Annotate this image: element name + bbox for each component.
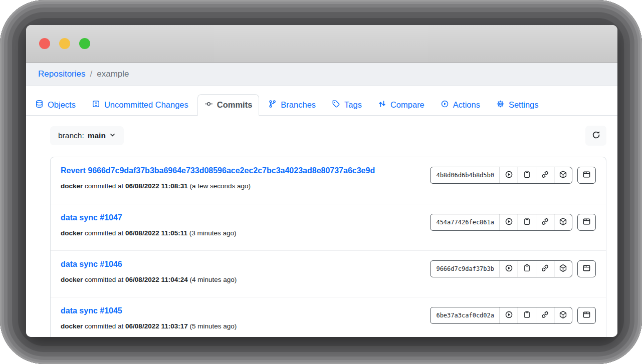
commit-actions: 454a77426fec861a — [430, 214, 596, 231]
commit-actions: 4b8d06d6b4b8d5b0 — [430, 167, 596, 184]
clipboard-icon — [523, 310, 531, 320]
commit-info: data sync #1047docker committed at 06/08… — [61, 213, 237, 237]
commit-run-button[interactable] — [500, 214, 518, 231]
tab-settings[interactable]: Settings — [489, 94, 546, 116]
cube-icon — [559, 170, 567, 180]
commit-row: data sync #1045docker committed at 06/08… — [51, 297, 606, 337]
commit-objects-button[interactable] — [554, 167, 572, 184]
commit-button-group: 6be37a3caf0cd02a — [430, 307, 572, 324]
window-titlebar — [26, 25, 617, 63]
minimize-button[interactable] — [59, 38, 70, 49]
commits-toolbar: branch:main — [50, 126, 606, 146]
commits-pane: branch:main Revert 9666d7c9daf37b3ba6964… — [26, 116, 617, 337]
clipboard-icon — [523, 217, 531, 227]
tab-label: Uncommitted Changes — [104, 100, 188, 110]
tab-tags[interactable]: Tags — [325, 94, 369, 116]
copy-commit-link-button[interactable] — [536, 307, 554, 324]
copy-commit-id-button[interactable] — [518, 307, 536, 324]
commit-row: Revert 9666d7c9daf37b3ba6964e733d08596ac… — [51, 157, 606, 204]
tab-branches[interactable]: Branches — [261, 94, 323, 116]
commit-title-link[interactable]: data sync #1045 — [61, 306, 122, 315]
commit-objects-button[interactable] — [554, 307, 572, 324]
play-circle-icon — [505, 264, 513, 274]
commit-run-button[interactable] — [500, 167, 518, 184]
branch-selector-label: branch: — [58, 131, 84, 140]
repository-tabs: ObjectsUncommitted ChangesCommitsBranche… — [26, 86, 617, 116]
commit-relative-time: (4 minutes ago) — [189, 276, 237, 283]
commit-title-link[interactable]: Revert 9666d7c9daf37b3ba6964e733d08596ac… — [61, 166, 375, 175]
link-icon — [541, 264, 549, 274]
commit-hash-button[interactable]: 9666d7c9daf37b3b — [430, 260, 500, 277]
clipboard-icon — [523, 264, 531, 274]
breadcrumb-repositories-link[interactable]: Repositories — [38, 69, 86, 79]
tab-label: Tags — [344, 100, 362, 110]
zoom-button[interactable] — [79, 38, 90, 49]
commit-actions: 6be37a3caf0cd02a — [430, 307, 596, 324]
link-icon — [541, 310, 549, 320]
compare-arrows-icon — [378, 100, 386, 110]
tab-objects[interactable]: Objects — [28, 94, 83, 116]
tab-label: Settings — [509, 100, 539, 110]
browser-window-icon — [582, 170, 591, 180]
tab-label: Branches — [281, 100, 316, 110]
commit-hash-button[interactable]: 6be37a3caf0cd02a — [430, 307, 500, 324]
browser-window-icon — [582, 264, 591, 274]
link-icon — [541, 217, 549, 227]
git-branch-icon — [268, 100, 277, 110]
play-circle-icon — [441, 100, 449, 110]
commit-timestamp: 06/08/2022 11:04:24 — [125, 276, 188, 283]
commit-row: data sync #1047docker committed at 06/08… — [51, 204, 606, 250]
commits-list: Revert 9666d7c9daf37b3ba6964e733d08596ac… — [50, 157, 606, 337]
tab-actions[interactable]: Actions — [434, 94, 487, 116]
commit-hash-button[interactable]: 454a77426fec861a — [430, 214, 500, 231]
refresh-button[interactable] — [585, 126, 606, 146]
copy-commit-id-button[interactable] — [518, 214, 536, 231]
commit-actions: 9666d7c9daf37b3b — [430, 260, 596, 277]
play-circle-icon — [505, 170, 513, 180]
branch-selector[interactable]: branch:main — [50, 126, 124, 145]
copy-commit-id-button[interactable] — [518, 167, 536, 184]
commit-relative-time: (5 minutes ago) — [189, 322, 237, 330]
cube-icon — [559, 310, 567, 320]
browse-commit-button[interactable] — [577, 214, 596, 231]
browser-window-icon — [582, 310, 591, 320]
tab-label: Commits — [217, 100, 253, 110]
breadcrumb: Repositories / example — [26, 63, 617, 86]
tab-compare[interactable]: Compare — [371, 94, 432, 116]
commit-objects-button[interactable] — [554, 214, 572, 231]
commit-row: data sync #1046docker committed at 06/08… — [51, 250, 606, 297]
commit-timestamp: 06/08/2022 11:05:11 — [125, 229, 187, 237]
gear-icon — [496, 100, 505, 110]
copy-commit-link-button[interactable] — [536, 214, 554, 231]
commit-timestamp: 06/08/2022 11:03:17 — [125, 322, 188, 330]
tab-uncommitted-changes[interactable]: Uncommitted Changes — [85, 94, 195, 116]
commit-button-group: 454a77426fec861a — [430, 214, 572, 231]
close-button[interactable] — [39, 38, 50, 49]
commit-info: data sync #1046docker committed at 06/08… — [61, 260, 237, 283]
commit-run-button[interactable] — [500, 260, 518, 277]
commit-meta: docker committed at 06/08/2022 11:08:31 … — [61, 182, 375, 190]
commit-title-link[interactable]: data sync #1046 — [61, 260, 122, 269]
copy-commit-id-button[interactable] — [518, 260, 536, 277]
clipboard-icon — [523, 170, 531, 180]
breadcrumb-separator: / — [90, 69, 93, 79]
tab-label: Compare — [390, 100, 424, 110]
commit-hash-button[interactable]: 4b8d06d6b4b8d5b0 — [430, 167, 500, 184]
commit-run-button[interactable] — [500, 307, 518, 324]
database-icon — [35, 100, 44, 110]
copy-commit-link-button[interactable] — [536, 167, 554, 184]
cube-icon — [559, 264, 567, 274]
app-window: Repositories / example ObjectsUncommitte… — [26, 25, 617, 337]
commit-objects-button[interactable] — [554, 260, 572, 277]
browse-commit-button[interactable] — [577, 167, 596, 184]
tab-label: Objects — [48, 100, 76, 110]
copy-commit-link-button[interactable] — [536, 260, 554, 277]
tab-commits[interactable]: Commits — [197, 94, 260, 116]
browse-commit-button[interactable] — [577, 260, 596, 277]
commit-title-link[interactable]: data sync #1047 — [61, 213, 122, 222]
browse-commit-button[interactable] — [577, 307, 596, 324]
commit-meta: docker committed at 06/08/2022 11:04:24 … — [61, 276, 237, 283]
branch-selector-value: main — [88, 131, 106, 140]
commit-meta: docker committed at 06/08/2022 11:05:11 … — [61, 229, 237, 237]
commit-author: docker — [61, 276, 83, 283]
